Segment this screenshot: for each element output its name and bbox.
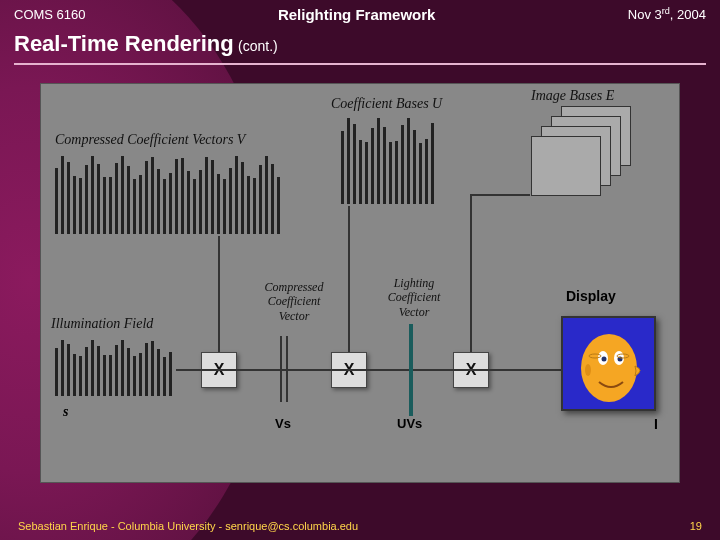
vs-vector-line — [280, 336, 282, 402]
label-image-bases: Image Bases E — [531, 88, 614, 104]
bars-u — [341, 116, 441, 204]
label-compressed-coefficient-vector: Compressed Coefficient Vector — [239, 280, 349, 323]
date: Nov 3rd, 2004 — [628, 6, 706, 22]
label-i: I — [654, 416, 658, 432]
label-uvs: UVs — [397, 416, 422, 431]
label-compressed-coefficient-vectors: Compressed Coefficient Vectors V — [55, 132, 245, 148]
label-vs: Vs — [275, 416, 291, 431]
presentation-title: Relighting Framework — [278, 6, 436, 23]
connector-e-horiz — [470, 194, 530, 196]
connector-u-to-x2 — [348, 206, 350, 352]
diagram: Compressed Coefficient Vectors V Coeffic… — [41, 84, 679, 482]
vs-vector-line2 — [286, 336, 288, 402]
svg-point-3 — [602, 357, 607, 362]
face-icon — [563, 318, 658, 413]
uvs-vector-line — [409, 324, 413, 416]
page-number: 19 — [690, 520, 702, 532]
pipeline-line — [176, 369, 566, 371]
label-lighting-coefficient-vector: Lighting Coefficient Vector — [369, 276, 459, 319]
slide-subtitle: (cont.) — [238, 38, 278, 54]
connector-v-to-x1 — [218, 236, 220, 352]
diagram-container: Compressed Coefficient Vectors V Coeffic… — [40, 83, 680, 483]
bars-illumination — [55, 338, 175, 396]
label-illumination-field: Illumination Field — [51, 316, 153, 332]
svg-point-7 — [585, 364, 591, 376]
label-s: s — [63, 404, 68, 420]
connector-e-to-x3 — [470, 194, 472, 352]
footer-author: Sebastian Enrique - Columbia University … — [18, 520, 358, 532]
label-coefficient-bases: Coefficient Bases U — [331, 96, 442, 112]
course-code: COMS 6160 — [14, 7, 86, 22]
slide-footer: Sebastian Enrique - Columbia University … — [0, 520, 720, 532]
label-display: Display — [566, 288, 616, 304]
bars-v — [55, 154, 287, 234]
title-underline — [14, 63, 706, 65]
display-box — [561, 316, 656, 411]
slide-header: COMS 6160 Relighting Framework Nov 3rd, … — [0, 0, 720, 27]
slide-title-row: Real-Time Rendering (cont.) — [0, 27, 720, 61]
slide-title: Real-Time Rendering — [14, 31, 234, 56]
